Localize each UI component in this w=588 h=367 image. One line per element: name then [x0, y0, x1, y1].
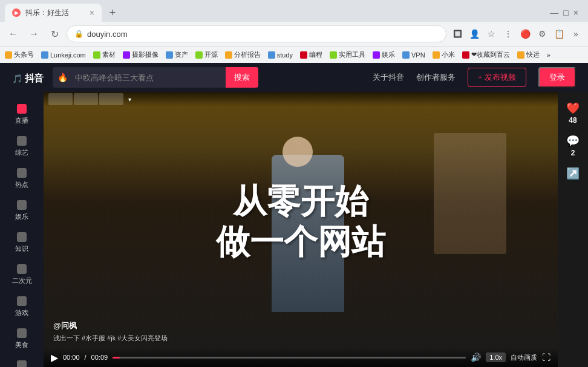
- play-button[interactable]: ▶: [51, 352, 58, 363]
- sidebar-item-games[interactable]: 游戏: [0, 291, 44, 322]
- search-input[interactable]: [73, 73, 226, 82]
- address-text: douyin.com: [87, 30, 439, 39]
- about-douyin-link[interactable]: 关于抖音: [373, 72, 404, 83]
- thumbnail-bar: ▾: [44, 92, 558, 106]
- extensions-button[interactable]: 🔲: [450, 27, 465, 41]
- person-head: [283, 137, 313, 167]
- sidebar-item-food[interactable]: 美食: [0, 323, 44, 354]
- browser-chrome: ▶ 抖乐：好生活 × + — □ × ← → ↻ 🔒 douyin.com 🔲 …: [0, 0, 588, 63]
- bookmark-item[interactable]: 编程: [300, 50, 322, 59]
- bookmark-item[interactable]: 头条号: [5, 50, 34, 59]
- video-username: @问枫: [53, 320, 168, 331]
- thumbnail-3[interactable]: [99, 93, 123, 105]
- bookmark-item[interactable]: 快运: [517, 50, 540, 59]
- bookmark-item[interactable]: 实用工具: [330, 50, 365, 59]
- video-info-overlay: @问枫 浅出一下 #水手服 #jk #大美女闪亮登场: [53, 320, 168, 343]
- maximize-button[interactable]: □: [563, 8, 568, 18]
- upload-video-button[interactable]: + 发布视频: [468, 68, 526, 87]
- bookmark-item[interactable]: ❤收藏到百云: [462, 50, 510, 59]
- sidebar-item-knowledge[interactable]: 知识: [0, 227, 44, 258]
- sidebar-item-sports[interactable]: 体育: [0, 356, 44, 367]
- stat-comments: 💬 2: [566, 134, 580, 157]
- tab-title: 抖乐：好生活: [25, 8, 85, 18]
- forward-button[interactable]: →: [25, 25, 42, 42]
- bookmark-more[interactable]: »: [547, 51, 550, 59]
- profile-button[interactable]: 👤: [467, 27, 482, 41]
- minimize-button[interactable]: —: [550, 8, 558, 18]
- main-video[interactable]: 从零开始 做一个网站 ▾: [44, 92, 558, 367]
- close-window-button[interactable]: ×: [573, 8, 578, 18]
- sidebar-item-entertainment[interactable]: 娱乐: [0, 195, 44, 226]
- sidebar-item-trending[interactable]: 热点: [0, 163, 44, 194]
- right-stats-panel: ❤️ 48 💬 2 ↗️: [558, 92, 588, 367]
- douyin-logo: 🎵 抖音: [12, 70, 43, 85]
- likes-count: 48: [569, 116, 577, 125]
- douyin-header: 🎵 抖音 🔥 搜索 关于抖音 创作者服务 + 发布视频 登录: [0, 63, 588, 92]
- settings-button[interactable]: ⋮: [501, 27, 515, 41]
- stat-share[interactable]: ↗️: [566, 167, 580, 181]
- bookmark-item[interactable]: study: [268, 51, 293, 59]
- new-tab-button[interactable]: +: [104, 4, 121, 21]
- thumbnail-1[interactable]: [48, 93, 73, 105]
- sidebar: 直播 综艺 热点 娱乐 知识 二次元: [0, 92, 44, 367]
- video-description: 浅出一下 #水手服 #jk #大美女闪亮登场: [53, 334, 168, 343]
- sidebar-item-variety[interactable]: 综艺: [0, 131, 44, 162]
- speed-button[interactable]: 1.0x: [486, 352, 506, 362]
- tab-favicon: ▶: [12, 8, 21, 17]
- address-bar[interactable]: 🔒 douyin.com: [67, 25, 446, 42]
- volume-button[interactable]: 🔊: [471, 352, 481, 362]
- progress-fill: [113, 357, 120, 359]
- browser-actions: 🔲 👤 ☆ ⋮ 🔴 ⚙ 📋 »: [450, 27, 583, 41]
- video-controls: ▶ 00:00 / 00:09 🔊 1.0x 自动画质 ⛶: [44, 348, 558, 367]
- browser-controls: ← → ↻ 🔒 douyin.com 🔲 👤 ☆ ⋮ 🔴 ⚙ 📋 »: [0, 22, 588, 46]
- overlay-line1: 从零开始: [216, 181, 385, 221]
- ssl-lock-icon: 🔒: [74, 30, 83, 38]
- expand-icon[interactable]: ▾: [128, 96, 131, 103]
- search-icon: 🔥: [53, 73, 73, 82]
- extension-icon-4[interactable]: »: [569, 27, 583, 41]
- bookmark-item[interactable]: 分析报告: [225, 50, 261, 59]
- stat-likes: ❤️ 48: [566, 102, 580, 125]
- resolution-button[interactable]: 自动画质: [511, 353, 537, 362]
- thumbnail-strip: [48, 93, 123, 105]
- extension-icon-2[interactable]: ⚙: [535, 27, 549, 41]
- bookmarks-bar: 头条号 Lunkeji.com 素材 摄影摄像 资产 开源 分析报告 stud: [0, 46, 588, 63]
- time-total: 00:09: [91, 354, 108, 361]
- main-layout: 直播 综艺 热点 娱乐 知识 二次元: [0, 92, 588, 367]
- comments-count: 2: [571, 149, 575, 157]
- tab-bar: ▶ 抖乐：好生活 × + — □ ×: [0, 0, 588, 22]
- bookmark-item[interactable]: 摄影摄像: [123, 50, 158, 59]
- bookmark-item[interactable]: 资产: [166, 50, 188, 59]
- active-tab[interactable]: ▶ 抖乐：好生活 ×: [5, 4, 102, 22]
- bookmark-button[interactable]: ☆: [484, 27, 498, 41]
- bookmark-item[interactable]: 素材: [93, 50, 116, 59]
- back-button[interactable]: ←: [5, 25, 22, 42]
- bookmark-item[interactable]: 小米: [433, 50, 455, 59]
- search-bar: 🔥 搜索: [53, 67, 258, 88]
- bookmark-item[interactable]: Lunkeji.com: [41, 51, 86, 59]
- tab-close-button[interactable]: ×: [90, 8, 94, 18]
- sidebar-item-anime[interactable]: 二次元: [0, 259, 44, 290]
- progress-bar[interactable]: [113, 357, 466, 359]
- thumbnail-2[interactable]: [74, 93, 98, 105]
- bookmark-item[interactable]: 娱乐: [373, 50, 395, 59]
- search-button[interactable]: 搜索: [226, 67, 258, 88]
- page-content: 🎵 抖音 🔥 搜索 关于抖音 创作者服务 + 发布视频 登录 直播 综艺: [0, 63, 588, 367]
- extension-icon-3[interactable]: 📋: [552, 27, 566, 41]
- login-button[interactable]: 登录: [538, 67, 576, 88]
- content-area: 从零开始 做一个网站 ▾: [44, 92, 588, 367]
- bookmark-item[interactable]: 开源: [195, 50, 218, 59]
- sidebar-item-live[interactable]: 直播: [0, 99, 44, 130]
- overlay-line2: 做一个网站: [216, 221, 385, 262]
- bookmark-item[interactable]: VPN: [402, 51, 425, 59]
- fullscreen-button[interactable]: ⛶: [542, 352, 550, 362]
- video-overlay-text: 从零开始 做一个网站: [216, 181, 385, 262]
- extension-icon-1[interactable]: 🔴: [518, 27, 532, 41]
- time-current: 00:00: [63, 354, 80, 361]
- creator-services-link[interactable]: 创作者服务: [416, 72, 456, 83]
- video-container: 从零开始 做一个网站 ▾: [44, 92, 588, 367]
- header-nav: 关于抖音 创作者服务 + 发布视频 登录: [373, 67, 576, 88]
- refresh-button[interactable]: ↻: [46, 25, 63, 42]
